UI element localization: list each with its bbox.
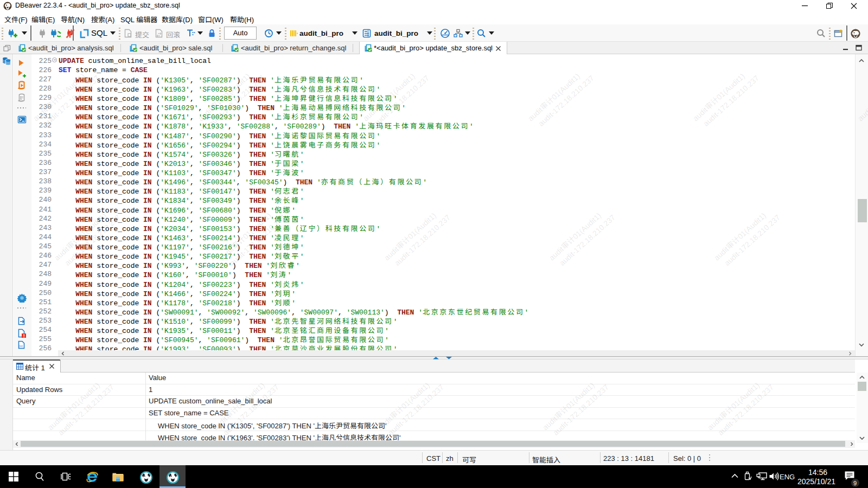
svg-text:(x): (x) — [19, 344, 23, 348]
svg-text:9: 9 — [853, 480, 857, 486]
